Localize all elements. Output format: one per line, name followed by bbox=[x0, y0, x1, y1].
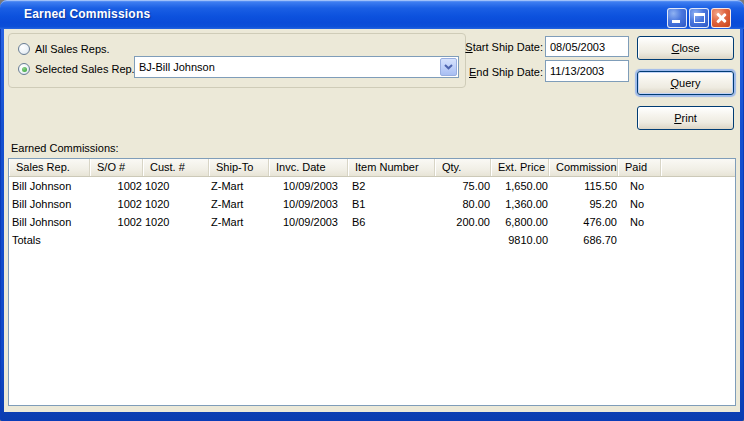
close-button[interactable]: Close bbox=[637, 36, 734, 60]
query-button[interactable]: Query bbox=[637, 71, 734, 95]
table-cell: 6,800.00 bbox=[491, 213, 549, 231]
table-cell: No bbox=[618, 177, 661, 195]
table-cell: 75.00 bbox=[435, 177, 491, 195]
title-bar[interactable]: Earned Commissions bbox=[0, 0, 744, 29]
table-cell: 686.70 bbox=[549, 231, 618, 249]
totals-row[interactable]: Totals9810.00686.70 bbox=[9, 231, 735, 249]
minimize-icon bbox=[672, 20, 680, 23]
start-ship-date-label: Start Ship Date: bbox=[433, 41, 543, 53]
column-header-sales-rep[interactable]: Sales Rep. bbox=[9, 159, 90, 176]
table-cell bbox=[90, 231, 143, 249]
radio-all-label: All Sales Reps. bbox=[35, 43, 110, 55]
table-cell: 476.00 bbox=[549, 213, 618, 231]
table-cell: 1002 bbox=[90, 195, 143, 213]
close-window-button[interactable] bbox=[711, 8, 731, 28]
radio-selected-icon bbox=[18, 63, 30, 75]
table-cell bbox=[618, 231, 661, 249]
table-cell: 200.00 bbox=[435, 213, 491, 231]
table-cell: 1,360.00 bbox=[491, 195, 549, 213]
dialog-body: All Sales Reps. Selected Sales Rep. BJ-B… bbox=[4, 29, 740, 412]
maximize-icon bbox=[694, 13, 705, 23]
table-cell: 95.20 bbox=[549, 195, 618, 213]
table-cell bbox=[269, 231, 348, 249]
end-ship-date-label: End Ship Date: bbox=[433, 66, 543, 78]
table-cell: 1002 bbox=[90, 177, 143, 195]
radio-selected-label: Selected Sales Rep. bbox=[35, 63, 135, 75]
commission-table-header: Sales Rep.S/O #Cust. #Ship-ToInvc. DateI… bbox=[9, 159, 735, 177]
column-header-qty[interactable]: Qty. bbox=[435, 159, 491, 176]
table-cell: 10/09/2003 bbox=[269, 213, 348, 231]
window-title: Earned Commissions bbox=[24, 7, 150, 21]
table-row[interactable]: Bill Johnson10021020Z-Mart10/09/2003B180… bbox=[9, 195, 735, 213]
table-cell: Bill Johnson bbox=[9, 195, 90, 213]
column-header-filler bbox=[661, 159, 735, 176]
commissions-listview: Sales Rep.S/O #Cust. #Ship-ToInvc. DateI… bbox=[8, 158, 736, 406]
table-cell: B2 bbox=[348, 177, 435, 195]
end-ship-date-input[interactable] bbox=[545, 60, 629, 82]
column-header-ext-price[interactable]: Ext. Price bbox=[491, 159, 549, 176]
table-cell: 1020 bbox=[143, 177, 209, 195]
table-cell: 10/09/2003 bbox=[269, 177, 348, 195]
table-cell bbox=[435, 231, 491, 249]
table-cell: 1,650.00 bbox=[491, 177, 549, 195]
table-cell bbox=[209, 231, 269, 249]
column-header-invc-date[interactable]: Invc. Date bbox=[269, 159, 348, 176]
table-cell: 9810.00 bbox=[491, 231, 549, 249]
sales-rep-dropdown-value: BJ-Bill Johnson bbox=[135, 61, 439, 73]
commission-table-body: Bill Johnson10021020Z-Mart10/09/2003B275… bbox=[9, 177, 735, 249]
table-cell: 1020 bbox=[143, 195, 209, 213]
table-cell: 1020 bbox=[143, 213, 209, 231]
column-header-commission[interactable]: Commission bbox=[549, 159, 618, 176]
table-cell: Z-Mart bbox=[209, 195, 269, 213]
start-ship-date-input[interactable] bbox=[545, 36, 629, 57]
close-icon bbox=[712, 9, 730, 27]
table-cell: B1 bbox=[348, 195, 435, 213]
earned-commissions-window: Earned Commissions All Sales Reps. Selec… bbox=[0, 0, 744, 421]
table-cell: B6 bbox=[348, 213, 435, 231]
minimize-button[interactable] bbox=[667, 8, 687, 28]
table-cell bbox=[143, 231, 209, 249]
print-button[interactable]: Print bbox=[637, 106, 734, 130]
column-header-s-o[interactable]: S/O # bbox=[90, 159, 143, 176]
table-cell bbox=[348, 231, 435, 249]
table-cell: Bill Johnson bbox=[9, 213, 90, 231]
window-controls bbox=[667, 8, 731, 28]
maximize-button[interactable] bbox=[689, 8, 709, 28]
table-row[interactable]: Bill Johnson10021020Z-Mart10/09/2003B275… bbox=[9, 177, 735, 195]
radio-unselected-icon bbox=[18, 43, 30, 55]
commissions-list-label: Earned Commissions: bbox=[11, 142, 119, 154]
radio-all-sales-reps[interactable]: All Sales Reps. bbox=[18, 42, 110, 56]
table-cell: Totals bbox=[9, 231, 90, 249]
table-cell: Bill Johnson bbox=[9, 177, 90, 195]
table-cell: Z-Mart bbox=[209, 177, 269, 195]
column-header-item-number[interactable]: Item Number bbox=[348, 159, 435, 176]
column-header-ship-to[interactable]: Ship-To bbox=[209, 159, 269, 176]
table-cell: No bbox=[618, 195, 661, 213]
column-header-cust[interactable]: Cust. # bbox=[143, 159, 209, 176]
radio-selected-sales-rep[interactable]: Selected Sales Rep. bbox=[18, 62, 135, 76]
column-header-paid[interactable]: Paid bbox=[618, 159, 661, 176]
table-cell: 1002 bbox=[90, 213, 143, 231]
sales-rep-dropdown[interactable]: BJ-Bill Johnson bbox=[134, 56, 459, 78]
table-cell: 80.00 bbox=[435, 195, 491, 213]
table-cell: 115.50 bbox=[549, 177, 618, 195]
table-row[interactable]: Bill Johnson10021020Z-Mart10/09/2003B620… bbox=[9, 213, 735, 231]
table-cell: No bbox=[618, 213, 661, 231]
table-cell: 10/09/2003 bbox=[269, 195, 348, 213]
table-cell: Z-Mart bbox=[209, 213, 269, 231]
